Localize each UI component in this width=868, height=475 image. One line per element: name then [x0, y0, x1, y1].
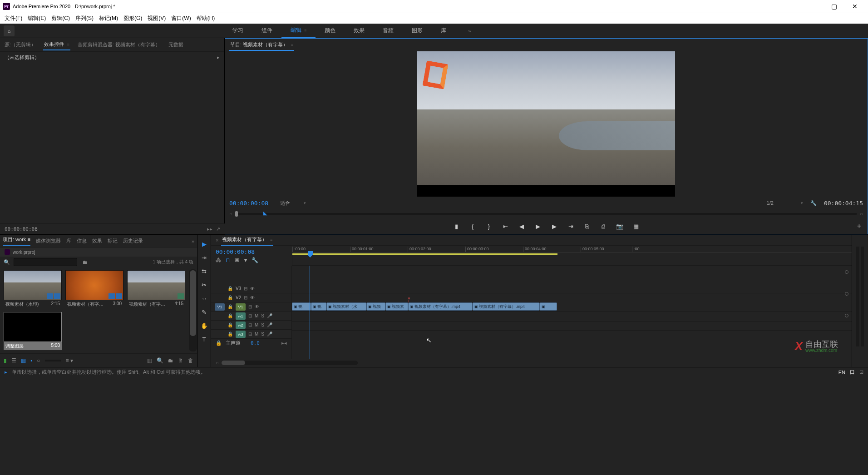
- timeline-tracks[interactable]: ▣视 ▣视 ▣视频素材（水 ▣视频 ▣视频素 ▣视频素材（有字幕）.mp4 ▣视…: [292, 266, 852, 359]
- tab-source[interactable]: 源:（无剪辑）: [4, 40, 37, 50]
- tl-link-icon[interactable]: ⌘: [234, 257, 240, 263]
- workspace-overflow[interactable]: »: [464, 26, 474, 35]
- clip-thumb-selected[interactable]: 调整图层5:00: [4, 312, 62, 350]
- track-v3-header[interactable]: 🔒V3⊟👁: [211, 284, 291, 293]
- workspace-learn[interactable]: 学习: [223, 24, 252, 38]
- timeline-timecode[interactable]: 00:00:00:08: [216, 248, 287, 255]
- track-v2-header[interactable]: 🔒V2⊟👁: [211, 293, 291, 302]
- track-a2-header[interactable]: 🔒A2⊟MS🎤: [211, 320, 291, 329]
- playhead[interactable]: [310, 266, 310, 359]
- button-editor[interactable]: +: [857, 222, 861, 230]
- lift-button[interactable]: ⎘: [583, 222, 591, 230]
- tab-effect-controls[interactable]: 效果控件 ≡: [43, 39, 70, 50]
- source-btn-1[interactable]: ▸▸: [207, 226, 212, 232]
- menu-file[interactable]: 文件(F): [2, 15, 25, 22]
- tl-nest-icon[interactable]: ⁂: [216, 257, 221, 263]
- expand-icon[interactable]: ▸: [217, 54, 220, 60]
- menu-marker[interactable]: 标记(M): [96, 15, 121, 22]
- find-button[interactable]: 🔍: [157, 357, 163, 364]
- timeline-clip[interactable]: ▣: [540, 302, 557, 311]
- minimize-button[interactable]: —: [803, 0, 824, 12]
- tab-effects[interactable]: 效果: [92, 238, 102, 244]
- delete-button[interactable]: 🗑: [188, 357, 193, 364]
- timeline-zoom-slider[interactable]: [222, 361, 358, 365]
- sort-dropdown[interactable]: ≡ ▾: [66, 357, 73, 364]
- menu-help[interactable]: 帮助(H): [194, 15, 218, 22]
- export-frame-button[interactable]: 📷: [616, 222, 624, 230]
- go-to-in-button[interactable]: ⇤: [501, 222, 509, 230]
- timeline-clip[interactable]: ▣视频素材（水: [326, 302, 366, 311]
- ripple-edit-tool[interactable]: ⇆: [200, 267, 209, 276]
- list-view-button[interactable]: ☰: [11, 357, 16, 364]
- add-marker-button[interactable]: ▮: [452, 222, 460, 230]
- track-a1-header[interactable]: 🔒A1⊟MS🎤: [211, 311, 291, 320]
- timeline-ruler[interactable]: :00:00 00:00:01:00 00:00:02:00 00:00:03:…: [292, 246, 852, 266]
- thumb-size-slider[interactable]: [45, 360, 61, 361]
- selection-tool[interactable]: ▶: [200, 239, 209, 248]
- workspace-audio[interactable]: 音频: [374, 24, 403, 38]
- program-scrub-slider[interactable]: [235, 213, 858, 215]
- program-zoom-dropdown[interactable]: 1/2▾: [767, 200, 803, 206]
- mark-out-button[interactable]: }: [485, 222, 493, 230]
- new-bin-button[interactable]: 🖿: [168, 357, 173, 364]
- timeline-clip[interactable]: ▣视频素: [385, 302, 408, 311]
- workspace-libraries[interactable]: 库: [432, 24, 455, 38]
- tab-project[interactable]: 项目: work ≡: [3, 236, 30, 246]
- gutter-control[interactable]: [845, 270, 848, 274]
- gutter-control[interactable]: [845, 292, 848, 296]
- workspace-assembly[interactable]: 组件: [252, 24, 281, 38]
- timeline-tab[interactable]: 视频素材（有字幕） ≡: [221, 234, 273, 246]
- tab-libraries[interactable]: 库: [66, 238, 71, 244]
- track-a3-header[interactable]: 🔒A3⊟MS🎤: [211, 329, 291, 338]
- menu-graphic[interactable]: 图形(G): [121, 15, 145, 22]
- program-monitor[interactable]: [417, 51, 675, 197]
- pen-tool[interactable]: ✎: [200, 307, 209, 317]
- slider-knob-left[interactable]: ○: [229, 211, 232, 217]
- tab-history[interactable]: 历史记录: [123, 238, 143, 244]
- hand-tool[interactable]: ✋: [200, 321, 209, 330]
- menu-sequence[interactable]: 序列(S): [73, 15, 96, 22]
- program-tab[interactable]: 节目: 视频素材（有字幕） ≡: [229, 40, 294, 51]
- track-select-tool[interactable]: ⇥: [200, 253, 209, 262]
- work-area-bar[interactable]: [292, 253, 557, 255]
- razor-tool[interactable]: ✂: [200, 280, 209, 289]
- tab-media-browser[interactable]: 媒体浏览器: [36, 238, 61, 244]
- timeline-clip[interactable]: ▣视频素材（有字幕）.mp4: [408, 302, 473, 311]
- auto-seq-button[interactable]: ▥: [147, 357, 152, 364]
- project-tabs-overflow[interactable]: »: [192, 238, 194, 244]
- new-item-button[interactable]: 🗎: [178, 357, 183, 364]
- play-button[interactable]: ▶: [534, 222, 542, 230]
- go-to-out-button[interactable]: ⇥: [567, 222, 575, 230]
- tl-zoom-out-icon[interactable]: ○: [216, 360, 219, 366]
- program-timecode-left[interactable]: 00:00:00:08: [229, 200, 268, 207]
- workspace-graphics[interactable]: 图形: [403, 24, 432, 38]
- slip-tool[interactable]: ↔: [200, 294, 209, 303]
- project-breadcrumb[interactable]: work.prproj: [0, 247, 197, 257]
- workspace-editing[interactable]: 编辑≡: [281, 24, 316, 38]
- track-v1-header[interactable]: V1🔒V1⊟👁: [211, 302, 291, 311]
- clip-thumb[interactable]: 视频素材（水印)2:15: [4, 270, 62, 308]
- close-button[interactable]: ✕: [844, 0, 865, 12]
- program-fit-dropdown[interactable]: 适合▾: [280, 200, 306, 207]
- maximize-button[interactable]: ▢: [824, 0, 844, 12]
- menu-view[interactable]: 视图(V): [145, 15, 168, 22]
- type-tool[interactable]: T: [200, 335, 209, 344]
- gutter-control[interactable]: [845, 314, 848, 317]
- extract-button[interactable]: ⎙: [599, 222, 607, 230]
- menu-clip[interactable]: 剪辑(C): [49, 15, 73, 22]
- compare-button[interactable]: ▦: [632, 222, 640, 230]
- tl-marker-icon[interactable]: ▾: [244, 257, 247, 263]
- timeline-clip[interactable]: ▣视: [311, 302, 326, 311]
- tab-metadata[interactable]: 元数据: [168, 40, 184, 50]
- source-btn-2[interactable]: ↗: [216, 226, 220, 232]
- ime-lang-label[interactable]: EN: [838, 370, 845, 375]
- slider-knob-right[interactable]: ○: [860, 211, 863, 217]
- workspace-effects[interactable]: 效果: [345, 24, 374, 38]
- menu-window[interactable]: 窗口(W): [168, 15, 193, 22]
- bin-filter-icon[interactable]: 🖿: [83, 259, 88, 265]
- tl-settings-icon[interactable]: 🔧: [252, 257, 258, 263]
- freeform-view-button[interactable]: ▪: [30, 357, 32, 364]
- ime-mode-label[interactable]: 口: [850, 369, 855, 376]
- icon-view-button[interactable]: ▦: [21, 357, 26, 364]
- tab-info[interactable]: 信息: [77, 238, 87, 244]
